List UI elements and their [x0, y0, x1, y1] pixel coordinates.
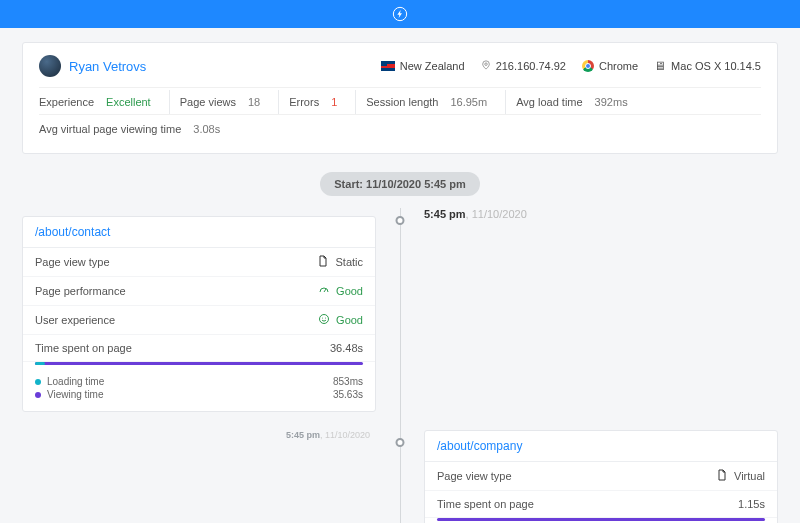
smile-icon — [318, 313, 330, 327]
svg-point-1 — [484, 63, 487, 65]
pageview-card-company[interactable]: /about/company Page view typeVirtual Tim… — [424, 430, 778, 523]
file-icon — [716, 469, 728, 483]
time-legend: Loading time853ms Viewing time35.63s — [23, 371, 375, 411]
row-time: Time spent on page1.15s — [425, 491, 777, 518]
stat-value: 1 — [331, 96, 337, 108]
stat-value: 18 — [248, 96, 260, 108]
row-pvtype: Page view typeStatic — [23, 248, 375, 277]
row-time: Time spent on page36.48s — [23, 335, 375, 362]
time-progress — [35, 362, 363, 365]
user-name[interactable]: Ryan Vetrovs — [69, 59, 146, 74]
timeline: 5:45 pm, 11/10/2020 /about/contact Page … — [22, 208, 778, 523]
stat-value: 3.08s — [193, 123, 220, 135]
row-pvtype: Page view typeVirtual — [425, 462, 777, 491]
timestamp-small: 5:45 pm, 11/10/2020 — [22, 430, 376, 440]
time-progress — [437, 518, 765, 521]
gauge-icon — [318, 284, 330, 298]
stat-label: Session length — [366, 96, 438, 108]
session-summary-card: Ryan Vetrovs New Zealand 216.160.74.92 C… — [22, 42, 778, 154]
svg-line-2 — [324, 289, 326, 292]
country: New Zealand — [400, 60, 465, 72]
stat-value: 16.95m — [450, 96, 487, 108]
legend-dot-viewing — [35, 392, 41, 398]
session-start-pill: Start: 11/10/2020 5:45 pm — [320, 172, 479, 196]
stats-row: ExperienceExcellent Page views18 Errors1… — [39, 87, 761, 114]
row-perf: Page performanceGood — [23, 277, 375, 306]
row-ux: User experienceGood — [23, 306, 375, 335]
session-meta: New Zealand 216.160.74.92 Chrome 🖥Mac OS… — [381, 59, 761, 73]
stat-label: Errors — [289, 96, 319, 108]
legend-dot-loading — [35, 379, 41, 385]
stat-value: 392ms — [595, 96, 628, 108]
browser: Chrome — [599, 60, 638, 72]
top-bar — [0, 0, 800, 28]
timeline-dot — [396, 438, 405, 447]
chrome-icon — [582, 60, 594, 72]
page-path[interactable]: /about/company — [425, 431, 777, 462]
stat-label: Experience — [39, 96, 94, 108]
ip-address: 216.160.74.92 — [496, 60, 566, 72]
stat-label: Avg virtual page viewing time — [39, 123, 181, 135]
stat-value: Excellent — [106, 96, 151, 108]
svg-point-5 — [325, 318, 326, 319]
avatar — [39, 55, 61, 77]
pin-icon — [481, 60, 491, 72]
file-icon — [317, 255, 329, 269]
bolt-icon — [392, 6, 408, 22]
os: Mac OS X 10.14.5 — [671, 60, 761, 72]
apple-icon: 🖥 — [654, 59, 666, 73]
page-path[interactable]: /about/contact — [23, 217, 375, 248]
user-block[interactable]: Ryan Vetrovs — [39, 55, 146, 77]
flag-icon — [381, 61, 395, 71]
stat-label: Page views — [180, 96, 236, 108]
svg-point-3 — [320, 315, 329, 324]
svg-point-4 — [322, 318, 323, 319]
stat-label: Avg load time — [516, 96, 582, 108]
pageview-card-contact[interactable]: /about/contact Page view typeStatic Page… — [22, 216, 376, 412]
